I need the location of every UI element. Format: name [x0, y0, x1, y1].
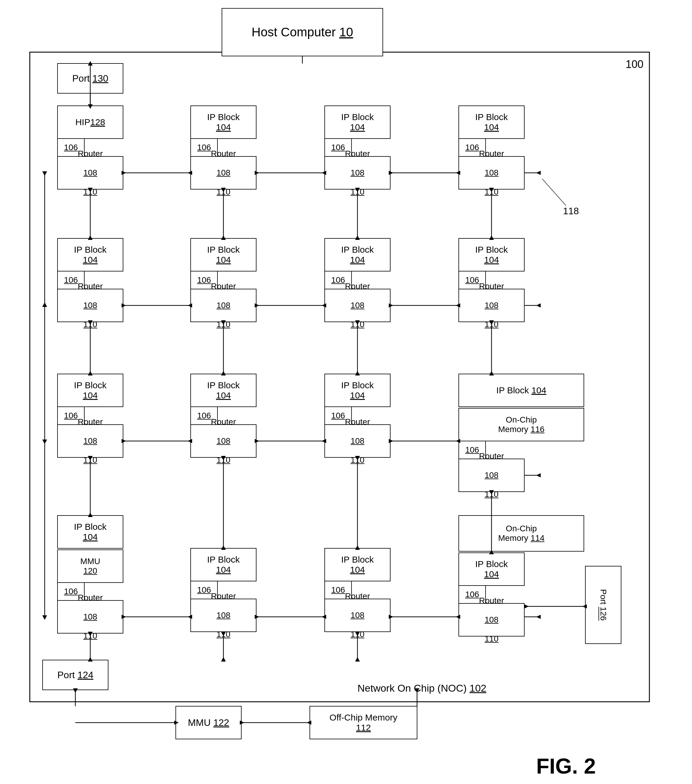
port-126: Port 126: [585, 566, 621, 644]
port-130: Port 130: [58, 63, 123, 93]
host-computer-label: Host Computer: [252, 25, 336, 40]
r2c3-ip: IP Block104: [325, 239, 390, 271]
r3c4-router: Router 108110: [459, 459, 524, 492]
svg-marker-160: [221, 657, 226, 662]
r1c3-router: Router 108110: [325, 156, 390, 189]
svg-marker-144: [524, 604, 529, 608]
ref-118: 118: [563, 206, 579, 217]
r4c1-ip: IP Block104: [58, 516, 123, 548]
svg-marker-142: [536, 615, 541, 619]
r3c1-router: Router 108110: [58, 425, 123, 458]
r2c2-ip: IP Block104: [191, 239, 256, 271]
r1c1-router: Router 108 110: [58, 156, 123, 189]
r2c4-ip: IP Block104: [459, 239, 524, 271]
r2c4-router: Router 108110: [459, 289, 524, 322]
on-chip-memory-114: On-ChipMemory 114: [459, 516, 584, 551]
r3c4-ip: IP Block 104: [459, 374, 584, 407]
ref-100: 100: [626, 58, 643, 71]
r2c3-router: Router 108110: [325, 289, 390, 322]
r4c4-router: Router 108110: [459, 603, 524, 636]
r3c2-ip: IP Block104: [191, 374, 256, 407]
noc-label: Network On Chip (NOC) 102: [357, 682, 487, 694]
fig-label: FIG. 2: [536, 754, 596, 778]
svg-marker-167: [42, 303, 47, 307]
r1c2-router: Router 108110: [191, 156, 256, 189]
r4c2-router: Router 108110: [191, 599, 256, 632]
svg-marker-163: [355, 657, 360, 662]
r1c4-ip: IP Block104: [459, 106, 524, 138]
r2c1-ip: IP Block104: [58, 239, 123, 271]
off-chip-memory: Off-Chip Memory112: [310, 706, 417, 739]
host-computer-num: 10: [339, 25, 353, 40]
r3c1-ip: IP Block104: [58, 374, 123, 407]
on-chip-memory-116: On-ChipMemory 116: [459, 408, 584, 441]
svg-marker-166: [42, 171, 47, 176]
svg-marker-172: [42, 615, 47, 620]
diagram: Host Computer 10 100 Port 130 HIP128 106…: [0, 0, 692, 784]
r3c3-ip: IP Block104: [325, 374, 390, 407]
svg-marker-119: [536, 473, 541, 478]
r4c3-ip: IP Block104: [325, 548, 390, 581]
r4c3-router: Router 108110: [325, 599, 390, 632]
svg-marker-170: [42, 303, 47, 307]
port-124: Port 124: [43, 660, 108, 690]
host-computer-box: Host Computer 10: [222, 8, 383, 56]
svg-line-164: [542, 179, 566, 206]
r4c1-router: Router 108110: [58, 600, 123, 633]
r3c3-router: Router 108110: [325, 425, 390, 458]
svg-marker-169: [42, 440, 47, 444]
r1c4-router: Router 108110: [459, 156, 524, 189]
r4c4-ip: IP Block104: [459, 553, 524, 586]
r1c2-ip: IP Block104: [191, 106, 256, 138]
r4c2-ip: IP Block104: [191, 548, 256, 581]
mmu-122: MMU 122: [176, 706, 241, 739]
mmu-120: MMU120: [58, 550, 123, 583]
svg-marker-73: [536, 171, 541, 175]
r2c2-router: Router 108110: [191, 289, 256, 322]
r3c2-router: Router 108110: [191, 425, 256, 458]
r2c1-router: Router 108110: [58, 289, 123, 322]
r1c3-ip: IP Block104: [325, 106, 390, 138]
svg-marker-96: [536, 303, 541, 308]
hip-128: HIP128: [58, 106, 123, 138]
